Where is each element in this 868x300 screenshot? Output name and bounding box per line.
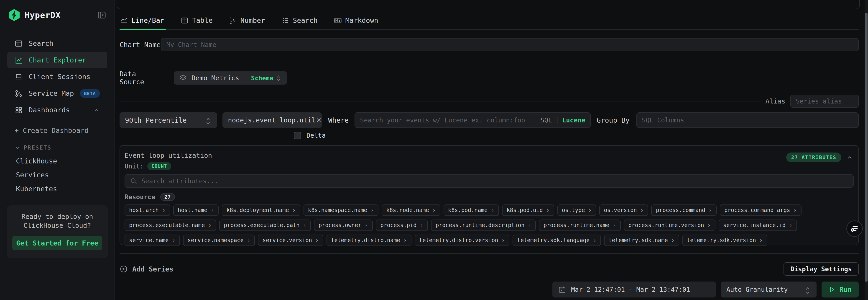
- chip-expand-icon: ›: [403, 237, 407, 243]
- attribute-chip[interactable]: host.arch›: [125, 204, 170, 216]
- presets-header[interactable]: PRESETS: [14, 144, 115, 151]
- time-range-picker[interactable]: Mar 2 12:47:01 - Mar 2 13:47:01: [552, 281, 716, 298]
- metric-chip[interactable]: nodejs.event_loop.util: [222, 112, 322, 128]
- sidebar: HyperDX Search Chart Explorer: [0, 0, 115, 300]
- delta-checkbox[interactable]: [294, 132, 301, 139]
- aggregation-select[interactable]: 90th Percentile: [120, 112, 217, 128]
- attribute-chip[interactable]: process.executable.name›: [125, 220, 216, 231]
- plus-circle-icon: [120, 265, 128, 273]
- delta-row: Delta: [294, 132, 859, 139]
- alias-label: Alias: [766, 97, 785, 105]
- attribute-chip[interactable]: os.version›: [599, 204, 648, 216]
- chip-expand-icon: ›: [211, 207, 214, 213]
- attribute-chip[interactable]: telemetry.distro.name›: [327, 235, 411, 246]
- brand-name: HyperDX: [25, 10, 61, 20]
- attribute-chip[interactable]: process.runtime.description›: [431, 220, 536, 231]
- chevron-up-icon[interactable]: [93, 107, 100, 113]
- attribute-chip[interactable]: process.runtime.version›: [624, 220, 715, 231]
- line-chart-icon: [120, 17, 128, 24]
- tab-line-bar[interactable]: Line/Bar: [120, 17, 164, 29]
- attribute-chip[interactable]: telemetry.sdk.language›: [513, 235, 601, 246]
- scrollbar-thumb[interactable]: [865, 13, 868, 282]
- where-search-input[interactable]: [360, 116, 537, 124]
- resource-group-row: Resource 27: [125, 193, 854, 201]
- chip-expand-icon: ›: [707, 222, 711, 228]
- display-settings-button[interactable]: Display Settings: [783, 263, 859, 276]
- search-nav-icon: [14, 39, 23, 48]
- attribute-chip[interactable]: process.executable.path›: [219, 220, 311, 231]
- remove-metric-icon[interactable]: [315, 117, 322, 124]
- chart-name-input[interactable]: [166, 41, 853, 49]
- chip-expand-icon: ›: [793, 207, 797, 213]
- chip-expand-icon: ›: [162, 207, 165, 213]
- run-label: Run: [839, 285, 851, 294]
- language-lucene[interactable]: Lucene: [562, 116, 585, 124]
- chip-expand-icon: ›: [501, 237, 505, 243]
- attribute-chip[interactable]: process.runtime.name›: [539, 220, 621, 231]
- attribute-chip[interactable]: os.type›: [557, 204, 596, 216]
- preset-kubernetes[interactable]: Kubernetes: [16, 182, 115, 196]
- tab-table[interactable]: Table: [181, 17, 213, 29]
- alias-input[interactable]: [796, 98, 853, 105]
- language-sql[interactable]: SQL: [540, 116, 552, 124]
- main-content: Line/Bar Table 123 Number Search: [115, 0, 868, 300]
- tab-markdown[interactable]: Markdown: [334, 17, 378, 29]
- service-map-icon: [14, 89, 23, 98]
- attribute-chip[interactable]: telemetry.sdk.name›: [604, 235, 679, 246]
- table-icon: [181, 17, 189, 24]
- attribute-chip[interactable]: k8s.pod.name›: [443, 204, 499, 216]
- group-by-input[interactable]: [642, 116, 853, 124]
- granularity-select[interactable]: Auto Granularity: [721, 281, 816, 298]
- run-button[interactable]: Run: [822, 281, 859, 298]
- sidebar-item-search[interactable]: Search: [7, 35, 107, 52]
- attribute-chip[interactable]: telemetry.sdk.version›: [682, 235, 767, 246]
- language-separator: |: [555, 116, 559, 124]
- actions-row: Add Series Display Settings: [120, 263, 859, 276]
- attribute-search-input[interactable]: [142, 178, 848, 185]
- feedback-widget-button[interactable]: [846, 220, 863, 237]
- svg-text:2: 2: [230, 21, 232, 24]
- attribute-chip[interactable]: k8s.deployment.name›: [222, 204, 300, 216]
- query-language-toggle[interactable]: SQL | Lucene: [540, 116, 585, 124]
- create-dashboard-button[interactable]: + Create Dashboard: [14, 127, 115, 135]
- attribute-chip[interactable]: process.owner›: [314, 220, 373, 231]
- collapse-sidebar-icon[interactable]: [97, 10, 106, 20]
- tab-number[interactable]: 123 Number: [229, 17, 265, 29]
- schema-button[interactable]: Schema: [251, 75, 273, 82]
- app-window: HyperDX Search Chart Explorer: [0, 0, 868, 300]
- divider: [120, 253, 859, 254]
- attribute-chip[interactable]: service.name›: [125, 235, 180, 246]
- where-label: Where: [328, 116, 349, 124]
- sidebar-item-chart-explorer[interactable]: Chart Explorer: [7, 52, 107, 69]
- sidebar-item-client-sessions[interactable]: Client Sessions: [7, 69, 107, 85]
- attribute-chip[interactable]: process.command_args›: [720, 204, 802, 216]
- chip-expand-icon: ›: [528, 222, 531, 228]
- attribute-chip[interactable]: k8s.node.name›: [382, 204, 440, 216]
- attribute-chip[interactable]: k8s.namespace.name›: [304, 204, 379, 216]
- sidebar-item-dashboards[interactable]: Dashboards: [7, 102, 107, 118]
- tab-search[interactable]: Search: [281, 17, 317, 29]
- attribute-chip[interactable]: service.instance.id›: [719, 220, 797, 231]
- attribute-chip[interactable]: k8s.pod.uid›: [502, 204, 554, 216]
- data-source-select[interactable]: Demo Metrics Schema: [174, 71, 287, 85]
- attribute-chip[interactable]: host.name›: [173, 204, 219, 216]
- attribute-chip[interactable]: process.command›: [651, 204, 716, 216]
- attribute-chip[interactable]: telemetry.distro.version›: [415, 235, 509, 246]
- chevron-down-icon: [14, 145, 21, 151]
- collapse-panel-icon[interactable]: [846, 154, 853, 161]
- time-range-value: Mar 2 12:47:01 - Mar 2 13:47:01: [571, 286, 690, 293]
- attribute-chip[interactable]: service.namespace›: [183, 235, 255, 246]
- attribute-chip[interactable]: service.version›: [258, 235, 323, 246]
- delta-label: Delta: [307, 132, 326, 139]
- sidebar-item-service-map[interactable]: Service Map BETA: [7, 85, 107, 102]
- metric-attributes-panel: Event loop utilization Unit: COUNT 27 AT…: [120, 145, 859, 245]
- add-series-button[interactable]: Add Series: [120, 265, 174, 273]
- chip-expand-icon: ›: [593, 237, 596, 243]
- data-source-value: Demo Metrics: [191, 74, 239, 82]
- resource-group-label: Resource: [125, 193, 155, 201]
- get-started-button[interactable]: Get Started for Free: [12, 236, 102, 250]
- preset-clickhouse[interactable]: ClickHouse: [16, 154, 115, 168]
- scrollbar-track[interactable]: [865, 0, 868, 300]
- preset-services[interactable]: Services: [16, 168, 115, 182]
- attribute-chip[interactable]: process.pid›: [376, 220, 428, 231]
